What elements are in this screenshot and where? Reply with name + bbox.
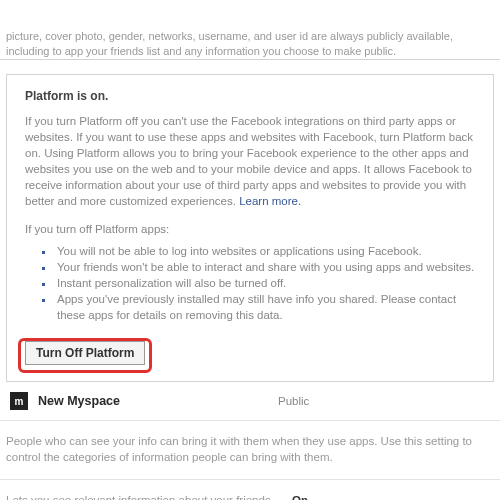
instant-personalization-text: Lets you see relevant information about … — [6, 492, 286, 500]
platform-description-text: If you turn Platform off you can't use t… — [25, 115, 473, 207]
bullet-item: Instant personalization will also be tur… — [55, 275, 475, 291]
turn-off-platform-button[interactable]: Turn Off Platform — [25, 341, 145, 365]
apps-others-use-description: People who can see your info can bring i… — [0, 421, 500, 480]
learn-more-link[interactable]: Learn more. — [239, 195, 301, 207]
platform-subhead: If you turn off Platform apps: — [25, 223, 475, 235]
instant-personalization-status: On — [286, 492, 308, 500]
app-name: New Myspace — [38, 394, 278, 408]
instant-personalization-row: Lets you see relevant information about … — [0, 480, 500, 500]
platform-button-row: Turn Off Platform — [25, 341, 475, 365]
intro-section: picture, cover photo, gender, networks, … — [0, 0, 500, 60]
myspace-icon: m — [10, 392, 28, 410]
app-row[interactable]: m New Myspace Public — [0, 382, 500, 421]
app-visibility: Public — [278, 395, 309, 407]
platform-panel: Platform is on. If you turn Platform off… — [6, 74, 494, 382]
bullet-item: Your friends won't be able to interact a… — [55, 259, 475, 275]
intro-text: picture, cover photo, gender, networks, … — [6, 0, 494, 59]
bullet-item: Apps you've previously installed may sti… — [55, 291, 475, 323]
bullet-item: You will not be able to log into website… — [55, 243, 475, 259]
platform-bullets: You will not be able to log into website… — [25, 243, 475, 323]
platform-description: If you turn Platform off you can't use t… — [25, 113, 475, 209]
platform-status-title: Platform is on. — [25, 89, 475, 103]
